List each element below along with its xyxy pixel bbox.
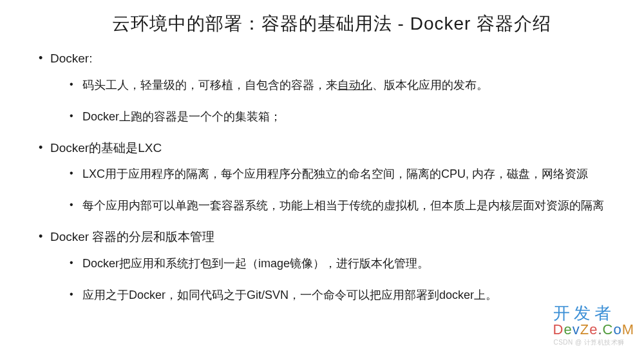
list-item: 应用之于Docker，如同代码之于Git/SVN，一个命令可以把应用部署到doc… (70, 287, 618, 304)
section-docker: Docker: 码头工人，轻量级的，可移植，自包含的容器，来自动化、版本化应用的… (39, 50, 618, 126)
section-lxc: Docker的基础是LXC LXC用于应用程序的隔离，每个应用程序分配独立的命名… (39, 140, 618, 215)
section-layers: Docker 容器的分层和版本管理 Docker把应用和系统打包到一起（imag… (39, 229, 618, 304)
text-segment: 应用之于Docker，如同代码之于Git/SVN，一个命令可以把应用部署到doc… (82, 289, 497, 301)
watermark-top: 开发者 (553, 305, 634, 321)
watermark: 开发者 DevZe.CoM (553, 305, 634, 337)
text-segment: 码头工人，轻量级的，可移植，自包含的容器，来 (82, 79, 337, 91)
list-item: 码头工人，轻量级的，可移植，自包含的容器，来自动化、版本化应用的发布。 (70, 77, 618, 94)
underlined-text: 自动化 (337, 79, 372, 91)
sub-list: LXC用于应用程序的隔离，每个应用程序分配独立的命名空间，隔离的CPU, 内存，… (39, 166, 618, 214)
sub-list: Docker把应用和系统打包到一起（image镜像），进行版本化管理。 应用之于… (39, 255, 618, 304)
wm-char: e (589, 321, 598, 337)
text-segment: 每个应用内部可以单跑一套容器系统，功能上相当于传统的虚拟机，但本质上是内核层面对… (82, 199, 604, 212)
wm-char: C (603, 321, 614, 337)
wm-char: o (613, 321, 621, 337)
wm-char: e (564, 321, 572, 337)
section-heading: Docker 容器的分层和版本管理 (39, 229, 618, 246)
attribution-text: CSDN @ 计算机技术狮 (553, 338, 625, 347)
section-heading: Docker: (39, 50, 618, 68)
wm-char: v (573, 321, 580, 337)
list-item: 每个应用内部可以单跑一套容器系统，功能上相当于传统的虚拟机，但本质上是内核层面对… (70, 197, 618, 214)
text-segment: Docker把应用和系统打包到一起（image镜像），进行版本化管理。 (82, 257, 429, 270)
sub-list: 码头工人，轻量级的，可移植，自包含的容器，来自动化、版本化应用的发布。 Dock… (39, 77, 618, 126)
list-item: Docker上跑的容器是一个个的集装箱； (70, 108, 618, 126)
text-segment: 、版本化应用的发布。 (372, 79, 488, 91)
text-segment: Docker上跑的容器是一个个的集装箱； (82, 110, 281, 123)
text-segment: LXC用于应用程序的隔离，每个应用程序分配独立的命名空间，隔离的CPU, 内存，… (82, 167, 588, 180)
slide-container: 云环境中的部署：容器的基础用法 - Docker 容器介绍 Docker: 码头… (0, 0, 644, 331)
section-heading: Docker的基础是LXC (39, 140, 618, 157)
wm-char: D (553, 321, 564, 337)
watermark-bottom: DevZe.CoM (553, 323, 634, 337)
wm-char: . (598, 321, 602, 337)
list-item: LXC用于应用程序的隔离，每个应用程序分配独立的命名空间，隔离的CPU, 内存，… (70, 166, 618, 183)
wm-char: Z (580, 321, 589, 337)
outline-list: Docker: 码头工人，轻量级的，可移植，自包含的容器，来自动化、版本化应用的… (26, 50, 618, 304)
wm-char: M (622, 321, 634, 337)
list-item: Docker把应用和系统打包到一起（image镜像），进行版本化管理。 (70, 255, 618, 272)
slide-title: 云环境中的部署：容器的基础用法 - Docker 容器介绍 (45, 12, 618, 36)
